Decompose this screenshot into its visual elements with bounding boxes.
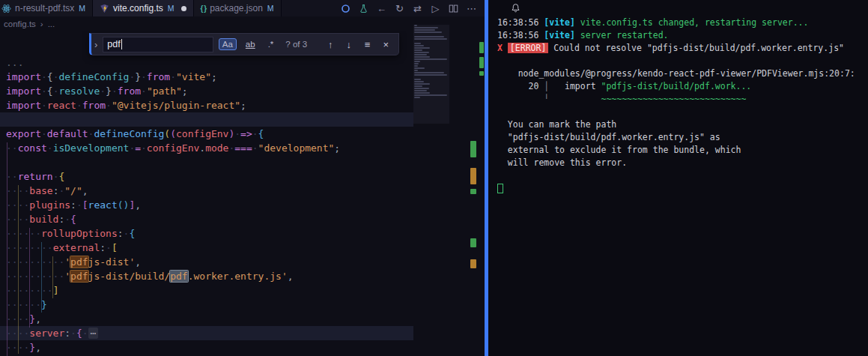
- minimap-line: [414, 47, 430, 49]
- code-line[interactable]: export·default·defineConfig((configEnv)·…: [0, 127, 413, 141]
- terminal-panel[interactable]: 16:38:56 [vite] vite.config.ts changed, …: [488, 0, 868, 356]
- breadcrumb-more[interactable]: ...: [48, 19, 55, 28]
- bell-icon[interactable]: [511, 2, 521, 16]
- beaker-icon[interactable]: [356, 1, 371, 16]
- terminal-line: 16:38:56 [vite] vite.config.ts changed, …: [497, 16, 867, 29]
- text-caret: [121, 39, 123, 49]
- minimap-line: [414, 67, 425, 69]
- code-line[interactable]: ··········'pdfjs-dist',: [0, 255, 413, 269]
- minimap-line: [414, 54, 427, 55]
- code-line[interactable]: import·{·defineConfig·}·from·"vite";: [0, 70, 413, 84]
- tab-label: n-result-pdf.tsx: [15, 3, 74, 13]
- terminal-output: 16:38:56 [vite] vite.config.ts changed, …: [497, 16, 867, 195]
- compare-changes-icon[interactable]: ⇄: [410, 1, 425, 16]
- minimap-line: [414, 63, 419, 64]
- terminal-cursor: [497, 184, 503, 193]
- minimap-line: [414, 97, 420, 98]
- previous-match-button[interactable]: ↑: [324, 39, 337, 50]
- terminal-line: will remove this error.: [497, 157, 867, 169]
- code-line[interactable]: import·react·from·"@vitejs/plugin-react"…: [0, 98, 413, 112]
- whole-word-toggle[interactable]: ab: [242, 38, 259, 50]
- minimap-line: [414, 70, 418, 71]
- terminal-line: node_modules/@progress/kendo-react-pdf-v…: [497, 67, 867, 80]
- minimap-line: [414, 27, 438, 28]
- overview-ruler-mark: [470, 189, 476, 194]
- minimap-line: [414, 74, 447, 76]
- code-line[interactable]: [0, 155, 413, 169]
- minimap-line: [414, 38, 447, 40]
- overview-ruler-mark: [470, 141, 476, 157]
- regex-toggle[interactable]: .*: [264, 38, 278, 50]
- breadcrumb[interactable]: config.ts › ...: [0, 16, 410, 31]
- minimap-line: [414, 79, 421, 80]
- terminal-line: 20 │ import "pdfjs-dist/build/pdf.work..…: [497, 80, 867, 93]
- terminal-line: X [ERROR] Could not resolve "pdfjs-dist/…: [497, 42, 867, 55]
- minimap-line: [414, 36, 444, 37]
- code-line[interactable]: ··········'pdfjs-dist/build/pdf.worker.e…: [0, 269, 413, 283]
- tabs-container: n-result-pdf.tsxMvite.config.tsM{ }packa…: [0, 0, 282, 16]
- minimap-line: [414, 25, 417, 26]
- code-line[interactable]: ······}: [0, 298, 413, 312]
- code-editor[interactable]: ...import·{·defineConfig·}·from·"vite";i…: [0, 31, 485, 356]
- code-line[interactable]: ····},: [0, 340, 413, 355]
- terminal-line: [497, 169, 867, 182]
- terminal-line: ╵ ~~~~~~~~~~~~~~~~~~~~~~~~~~~~: [497, 93, 867, 106]
- minimap-line: [414, 49, 422, 51]
- editor-group: n-result-pdf.tsxMvite.config.tsM{ }packa…: [0, 0, 485, 356]
- extension-circle-icon[interactable]: [338, 1, 353, 16]
- overview-ruler-mark: [479, 57, 484, 68]
- code-line[interactable]: import·{·resolve·}·from·"path";: [0, 84, 413, 98]
- find-in-selection-button[interactable]: ≡: [361, 39, 374, 50]
- code-line[interactable]: ······rollupOptions:·{: [0, 226, 413, 241]
- minimap-line: [414, 61, 420, 62]
- minimap-line: [414, 76, 417, 78]
- editor-actions: ←↻⇄▷⋯: [338, 0, 485, 16]
- code-line[interactable]: ········external:·[: [0, 241, 413, 255]
- next-match-button[interactable]: ↓: [342, 39, 356, 50]
- code-line[interactable]: ····plugins:·[react()],: [0, 198, 413, 212]
- code-line[interactable]: ··return·{: [0, 169, 413, 184]
- indent-guide: [18, 185, 19, 354]
- find-query-text: pdf: [107, 39, 120, 49]
- terminal-line: "pdfjs-dist/build/pdf.worker.entry.js" a…: [497, 131, 867, 144]
- indent-guide: [41, 242, 42, 313]
- minimap-line: [414, 43, 421, 44]
- tab-package-json[interactable]: { }package.jsonM: [194, 0, 282, 16]
- minimap-line: [414, 85, 422, 87]
- code-line[interactable]: ····build:·{: [0, 212, 413, 226]
- refresh-icon[interactable]: ↻: [392, 1, 407, 16]
- code-line[interactable]: ··const·isDevelopment·=·configEnv.mode·=…: [0, 141, 413, 155]
- tab-n-result-pdf[interactable]: n-result-pdf.tsxM: [0, 0, 93, 16]
- nav-back-icon[interactable]: ←: [374, 1, 389, 16]
- run-file-icon[interactable]: ▷: [428, 1, 443, 16]
- indent-guide: [29, 228, 30, 328]
- terminal-line: [497, 182, 867, 195]
- find-input[interactable]: pdf: [103, 37, 213, 52]
- minimap-line: [414, 31, 442, 33]
- tab-vite-config[interactable]: vite.config.tsM: [93, 0, 193, 16]
- code-line[interactable]: [0, 112, 413, 127]
- match-case-toggle[interactable]: Aa: [219, 38, 237, 50]
- code-line[interactable]: ····base:·"/",: [0, 184, 413, 198]
- overview-ruler-mark: [470, 168, 476, 184]
- overview-ruler: [470, 0, 476, 356]
- code-line[interactable]: ········]: [0, 283, 413, 298]
- minimap-line: [414, 94, 447, 96]
- vite-file-icon: [100, 4, 109, 13]
- editor-tab-bar: n-result-pdf.tsxMvite.config.tsM{ }packa…: [0, 0, 485, 16]
- overview-ruler-mark: [479, 42, 484, 53]
- code-line[interactable]: ····server:·{·⋯: [0, 326, 413, 340]
- terminal-line: external to exclude it from the bundle, …: [497, 144, 867, 157]
- breadcrumb-file[interactable]: config.ts: [4, 19, 36, 28]
- code-line[interactable]: ...: [0, 55, 413, 70]
- toggle-replace-icon[interactable]: ›: [94, 39, 97, 50]
- dirty-dot-icon[interactable]: [181, 6, 186, 11]
- minimap[interactable]: [414, 25, 449, 99]
- overview-ruler-mark: [479, 71, 484, 76]
- code-lines: ...import·{·defineConfig·}·from·"vite";i…: [0, 55, 413, 355]
- code-line[interactable]: ····},: [0, 312, 413, 326]
- close-find-button[interactable]: ×: [379, 39, 392, 50]
- tab-label: vite.config.ts: [113, 3, 163, 13]
- split-editor-icon[interactable]: [446, 1, 461, 16]
- find-results-count: ? of 3: [285, 40, 318, 49]
